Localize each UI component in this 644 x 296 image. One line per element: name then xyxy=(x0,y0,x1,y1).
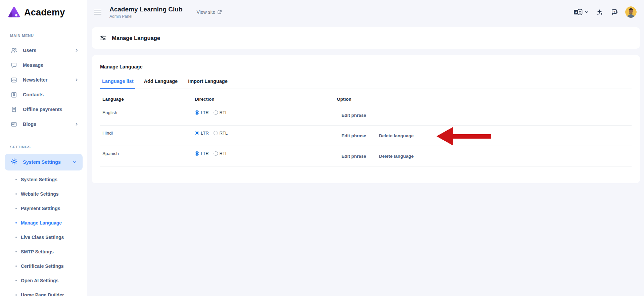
direction-cell: LTRRTL xyxy=(195,110,337,115)
tab-language-list[interactable]: Language list xyxy=(100,79,135,89)
sidebar-subitem-label: Live Class Settings xyxy=(21,235,64,240)
rtl-radio[interactable]: RTL xyxy=(214,151,228,156)
page-title-bar: Manage Language xyxy=(92,27,640,49)
delete-language-link[interactable]: Delete language xyxy=(379,133,414,138)
edit-phrase-link[interactable]: Edit phrase xyxy=(341,113,366,118)
sidebar-item-label: Contacts xyxy=(23,92,44,97)
sidebar-item-message[interactable]: Message xyxy=(0,58,87,72)
sidebar-subitem-website-settings[interactable]: Website Settings xyxy=(0,187,87,201)
translate-icon: A xyxy=(573,8,583,16)
sidebar-item-label: Blogs xyxy=(23,121,36,127)
ltr-radio[interactable]: LTR xyxy=(195,110,209,115)
delete-language-link[interactable]: Delete language xyxy=(379,154,414,159)
bullet-dot xyxy=(15,251,17,252)
ltr-radio-button[interactable] xyxy=(195,131,199,135)
sidebar-subitem-manage-language[interactable]: Manage Language xyxy=(0,215,87,230)
academy-logo-icon xyxy=(7,6,21,19)
site-title-block: Academy Learning Club Admin Panel xyxy=(109,6,183,19)
ltr-radio-button[interactable] xyxy=(195,151,199,156)
sidebar-subitem-certificate-settings[interactable]: Certificate Settings xyxy=(0,259,87,273)
annotation-arrow-left xyxy=(436,127,491,146)
sidebar-item-blogs[interactable]: Blogs xyxy=(0,117,87,132)
rtl-radio[interactable]: RTL xyxy=(214,110,228,115)
language-name: English xyxy=(100,110,195,115)
sidebar-subitem-label: SMTP Settings xyxy=(21,249,54,254)
site-title: Academy Learning Club xyxy=(109,6,183,13)
sidebar-subitem-home-page-builder[interactable]: Home Page Builder xyxy=(0,288,87,296)
ltr-radio-button[interactable] xyxy=(195,110,199,115)
users-icon xyxy=(10,47,17,54)
rtl-radio[interactable]: RTL xyxy=(214,131,228,136)
brand-name: Academy xyxy=(24,7,65,18)
offline-payments-icon xyxy=(10,106,17,113)
ai-sparkles-icon[interactable] xyxy=(596,8,603,16)
sidebar-item-label: Offline payments xyxy=(23,107,62,112)
sidebar-subitem-payment-settings[interactable]: Payment Settings xyxy=(0,201,87,215)
chevron-down-icon xyxy=(73,160,77,164)
sidebar-item-users[interactable]: Users xyxy=(0,43,87,58)
main-area: Academy Learning Club Admin Panel View s… xyxy=(87,0,644,296)
svg-text:?: ? xyxy=(613,10,615,13)
sidebar-section-main-menu: MAIN MENU xyxy=(10,34,87,38)
sidebar-subitem-label: System Settings xyxy=(21,177,57,182)
sidebar-item-contacts[interactable]: Contacts xyxy=(0,87,87,102)
sidebar-subitem-smtp-settings[interactable]: SMTP Settings xyxy=(0,244,87,259)
sidebar-item-label: System Settings xyxy=(23,159,61,165)
rtl-radio-button[interactable] xyxy=(214,151,218,156)
sidebar-subitem-system-settings[interactable]: System Settings xyxy=(0,172,87,187)
newsletter-icon xyxy=(10,76,17,84)
option-cell: Edit phraseDelete language xyxy=(337,154,632,159)
column-header-option: Option xyxy=(337,97,632,102)
view-site-link[interactable]: View site xyxy=(197,9,222,15)
brand-logo[interactable]: Academy xyxy=(7,5,87,20)
bullet-dot xyxy=(15,237,17,238)
sidebar-item-offline-payments[interactable]: Offline payments xyxy=(0,102,87,117)
sidebar-subitem-live-class-settings[interactable]: Live Class Settings xyxy=(0,230,87,244)
radio-label: LTR xyxy=(201,110,209,115)
sidebar-subitem-label: Open AI Settings xyxy=(21,278,58,283)
bullet-dot xyxy=(15,208,17,209)
table-row-english: EnglishLTRRTLEdit phrase xyxy=(100,105,632,126)
ltr-radio[interactable]: LTR xyxy=(195,131,209,136)
chevron-right-icon xyxy=(75,122,79,126)
sidebar-subitem-label: Certificate Settings xyxy=(21,263,64,269)
card-title: Manage Language xyxy=(100,55,632,69)
external-link-icon xyxy=(217,10,222,14)
column-header-direction: Direction xyxy=(195,97,337,102)
ltr-radio[interactable]: LTR xyxy=(195,151,209,156)
top-header: Academy Learning Club Admin Panel View s… xyxy=(87,0,644,24)
sidebar-section-settings: SETTINGS xyxy=(10,145,87,149)
sidebar-item-label: Newsletter xyxy=(23,77,47,83)
edit-phrase-link[interactable]: Edit phrase xyxy=(341,133,366,138)
sidebar-subitem-label: Home Page Builder xyxy=(21,292,64,296)
help-chat-icon[interactable]: ? xyxy=(610,8,618,16)
header-actions: A ? xyxy=(573,6,637,18)
language-name: Spanish xyxy=(100,151,195,156)
user-avatar[interactable] xyxy=(625,6,637,18)
tab-import-language[interactable]: Import Language xyxy=(186,79,230,89)
message-icon xyxy=(10,61,17,69)
chevron-right-icon xyxy=(75,48,79,52)
rtl-radio-button[interactable] xyxy=(214,110,218,115)
table-row-hindi: HindiLTRRTLEdit phraseDelete language xyxy=(100,126,632,146)
tab-add-language[interactable]: Add Language xyxy=(142,79,180,89)
radio-label: RTL xyxy=(220,110,228,115)
table-header: Language Direction Option xyxy=(100,93,632,105)
sidebar-settings-submenu: System SettingsWebsite SettingsPayment S… xyxy=(0,172,87,296)
view-site-label: View site xyxy=(197,9,216,15)
rtl-radio-button[interactable] xyxy=(214,131,218,135)
sidebar: Academy MAIN MENU UsersMessageNewsletter… xyxy=(0,0,87,296)
sidebar-subitem-open-ai-settings[interactable]: Open AI Settings xyxy=(0,273,87,288)
sidebar-item-newsletter[interactable]: Newsletter xyxy=(0,72,87,87)
language-name: Hindi xyxy=(100,131,195,136)
arrow-head xyxy=(436,127,453,146)
sidebar-item-label: Message xyxy=(23,62,43,68)
option-cell: Edit phraseDelete language xyxy=(337,126,632,145)
tab-bar: Language listAdd LanguageImport Language xyxy=(100,79,632,89)
gear-icon xyxy=(10,158,18,166)
hamburger-menu-icon[interactable] xyxy=(94,8,101,16)
edit-phrase-link[interactable]: Edit phrase xyxy=(341,154,366,159)
sidebar-item-system-settings-parent[interactable]: System Settings xyxy=(5,154,83,170)
language-switcher[interactable]: A xyxy=(573,8,589,16)
bullet-dot xyxy=(15,280,17,281)
